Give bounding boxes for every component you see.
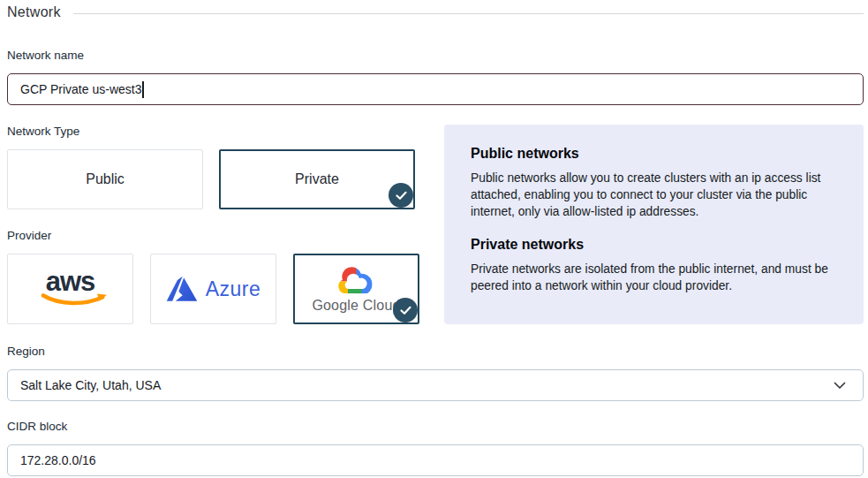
section-title: Network xyxy=(7,4,61,20)
info-heading: Private networks xyxy=(471,237,837,253)
provider-group: Provider aws xyxy=(7,229,420,324)
provider-option-aws[interactable]: aws xyxy=(7,254,133,324)
info-section-private: Private networks Private networks are is… xyxy=(471,237,837,294)
left-column: Network Type Public Private xyxy=(7,125,420,324)
aws-wordmark: aws xyxy=(46,270,95,293)
network-type-label: Network Type xyxy=(7,125,420,138)
google-cloud-wordmark: Google Cloud xyxy=(312,298,400,314)
region-group: Region Salt Lake City, Utah, USA xyxy=(7,345,864,401)
region-select[interactable]: Salt Lake City, Utah, USA xyxy=(7,369,864,401)
type-provider-row: Network Type Public Private xyxy=(7,125,864,324)
network-type-option-public[interactable]: Public xyxy=(7,149,203,209)
google-cloud-icon xyxy=(336,265,376,296)
azure-triangle-icon xyxy=(166,276,198,303)
checkmark-icon xyxy=(389,183,413,208)
cidr-value: 172.28.0.0/16 xyxy=(20,453,96,467)
region-label: Region xyxy=(7,345,864,358)
network-name-label: Network name xyxy=(7,49,864,62)
info-heading: Public networks xyxy=(471,146,837,162)
section-divider xyxy=(73,13,864,14)
cidr-label: CIDR block xyxy=(7,420,864,433)
google-cloud-logo: Google Cloud xyxy=(312,265,400,314)
checkmark-icon xyxy=(393,298,418,322)
aws-smile-icon xyxy=(41,292,109,307)
network-type-option-label: Public xyxy=(86,171,125,187)
cidr-group: CIDR block 172.28.0.0/16 xyxy=(7,420,864,476)
section-header: Network xyxy=(7,4,864,21)
network-name-group: Network name GCP Private us-west3 xyxy=(7,49,864,105)
chevron-down-icon xyxy=(834,382,846,390)
region-value: Salt Lake City, Utah, USA xyxy=(20,378,161,392)
network-name-input[interactable]: GCP Private us-west3 xyxy=(7,73,864,105)
provider-cards: aws xyxy=(7,254,420,324)
network-type-group: Network Type Public Private xyxy=(7,125,420,209)
network-name-value: GCP Private us-west3 xyxy=(20,82,141,96)
network-type-option-label: Private xyxy=(295,171,339,187)
azure-wordmark: Azure xyxy=(206,277,261,301)
network-type-cards: Public Private xyxy=(7,149,420,209)
provider-label: Provider xyxy=(7,229,420,242)
cidr-input[interactable]: 172.28.0.0/16 xyxy=(7,444,864,476)
provider-option-google-cloud[interactable]: Google Cloud xyxy=(293,254,419,324)
network-form: Network Network name GCP Private us-west… xyxy=(0,0,868,476)
aws-logo: aws xyxy=(32,270,109,307)
azure-logo: Azure xyxy=(166,276,261,303)
info-body: Private networks are isolated from the p… xyxy=(471,261,837,294)
info-body: Public networks allow you to create clus… xyxy=(471,170,837,220)
info-section-public: Public networks Public networks allow yo… xyxy=(471,146,837,220)
text-cursor xyxy=(142,81,144,98)
provider-option-azure[interactable]: Azure xyxy=(150,254,276,324)
network-type-option-private[interactable]: Private xyxy=(219,149,415,209)
network-info-panel: Public networks Public networks allow yo… xyxy=(444,125,864,324)
